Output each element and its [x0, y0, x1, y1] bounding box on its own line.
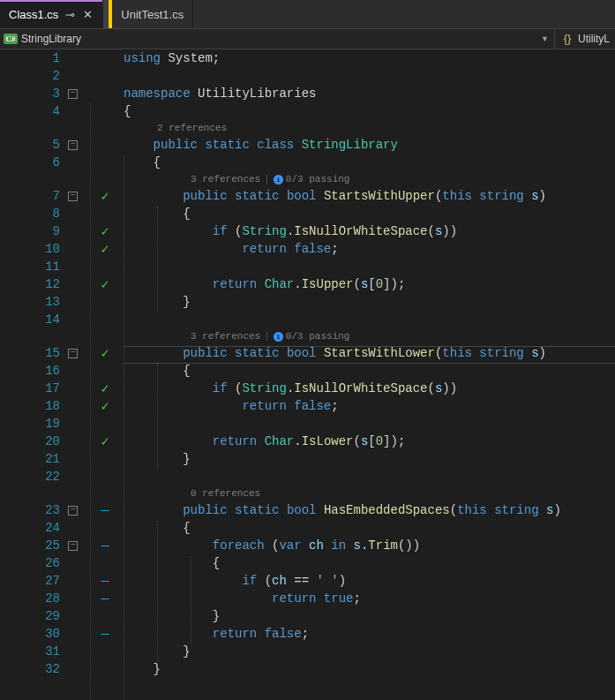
line-number: 9 [53, 224, 60, 238]
gutter: 1 2 3− 4 5− 6 7−✓ 8 9✓ 10✓ 11 12✓ 13 14 … [0, 49, 124, 700]
test-pass-icon: ✓ [97, 188, 113, 205]
code-line: } [124, 607, 615, 625]
code-line: return false; [124, 625, 615, 643]
code-line: { [124, 205, 615, 222]
code-line: { [124, 362, 615, 380]
code-area[interactable]: using System; namespace UtilityLibraries… [124, 49, 615, 700]
line-number: 6 [53, 155, 60, 169]
no-coverage-icon: — [97, 503, 113, 518]
line-number: 30 [45, 627, 60, 641]
code-line: } [124, 643, 615, 660]
line-number: 2 [53, 69, 60, 83]
line-number: 26 [45, 556, 60, 570]
breadcrumb-namespace[interactable]: {} UtilityL [555, 29, 615, 49]
breadcrumb-namespace-label: UtilityL [578, 33, 610, 45]
code-editor[interactable]: 1 2 3− 4 5− 6 7−✓ 8 9✓ 10✓ 11 12✓ 13 14 … [0, 49, 615, 700]
tab-unittest1[interactable]: UnitTest1.cs [112, 0, 193, 28]
codelens[interactable]: 0 references [124, 485, 615, 501]
info-icon: i [274, 175, 283, 184]
line-number: 3 [53, 87, 60, 101]
line-number: 29 [45, 609, 60, 623]
test-pass-icon: ✓ [97, 223, 113, 240]
code-line [124, 311, 615, 328]
line-number: 13 [45, 295, 60, 309]
fold-icon[interactable]: − [68, 140, 78, 150]
code-line [124, 415, 615, 433]
test-pass-icon: ✓ [97, 241, 113, 258]
code-line: { [124, 154, 615, 171]
fold-icon[interactable]: − [68, 506, 78, 516]
code-line: } [124, 450, 615, 468]
code-line: public static class StringLibrary [124, 136, 615, 154]
svg-text:C#: C# [6, 34, 16, 43]
codelens[interactable]: 3 references|i0/3 passing [124, 328, 615, 344]
line-number: 12 [45, 277, 60, 291]
codelens[interactable]: 3 references|i0/3 passing [124, 171, 615, 187]
code-line: public static bool StartsWithLower(this … [124, 344, 615, 362]
breadcrumb-project-label: StringLibrary [21, 33, 81, 45]
code-line [124, 67, 615, 85]
code-line: using System; [124, 49, 615, 67]
code-line: { [124, 554, 615, 572]
code-line: namespace UtilityLibraries [124, 85, 615, 102]
test-pass-icon: ✓ [97, 380, 113, 397]
code-line: return false; [124, 240, 615, 258]
codelens[interactable]: 2 references [124, 120, 615, 136]
fold-icon[interactable]: − [68, 192, 78, 201]
test-pass-icon: ✓ [97, 276, 113, 293]
line-number: 14 [45, 312, 60, 327]
line-number: 25 [45, 538, 60, 553]
line-number: 22 [45, 470, 60, 484]
code-line [124, 258, 615, 275]
test-pass-icon: ✓ [97, 433, 113, 450]
code-line: } [124, 660, 615, 678]
no-coverage-icon: — [97, 591, 113, 606]
line-number: 16 [45, 364, 60, 378]
code-line: public static bool StartsWithUpper(this … [124, 187, 615, 205]
chevron-down-icon: ▼ [541, 34, 549, 43]
line-number: 28 [45, 591, 60, 606]
line-number: 11 [45, 260, 60, 274]
no-coverage-icon: — [97, 627, 113, 642]
no-coverage-icon: — [97, 538, 113, 553]
fold-icon[interactable]: − [68, 89, 78, 99]
csharp-icon: C# [4, 33, 18, 45]
line-number: 10 [45, 242, 60, 256]
line-number: 1 [53, 51, 60, 65]
code-line: if (ch == ' ') [124, 572, 615, 590]
tab-bar: Class1.cs ⊸ ✕ UnitTest1.cs [0, 0, 615, 28]
breadcrumb-project[interactable]: C# StringLibrary ▼ [0, 29, 555, 49]
breadcrumb-bar: C# StringLibrary ▼ {} UtilityL [0, 28, 615, 49]
info-icon: i [274, 332, 283, 342]
line-number: 4 [53, 104, 60, 118]
code-line [124, 468, 615, 485]
no-coverage-icon: — [97, 574, 113, 589]
code-line: public static bool HasEmbeddedSpaces(thi… [124, 501, 615, 519]
code-line: { [124, 102, 615, 120]
tab-class1[interactable]: Class1.cs ⊸ ✕ [0, 0, 103, 28]
line-number: 19 [45, 417, 60, 431]
line-number: 27 [45, 574, 60, 588]
code-line: { [124, 519, 615, 537]
tab-label: UnitTest1.cs [121, 8, 184, 21]
tab-label: Class1.cs [9, 8, 58, 21]
pin-icon[interactable]: ⊸ [64, 8, 76, 21]
code-line: return false; [124, 397, 615, 415]
line-number: 32 [45, 662, 60, 676]
test-pass-icon: ✓ [97, 398, 113, 415]
svg-text:{}: {} [564, 33, 572, 45]
code-line: return Char.IsLower(s[0]); [124, 433, 615, 450]
namespace-icon: {} [560, 33, 574, 45]
fold-icon[interactable]: − [68, 349, 78, 358]
line-number: 8 [53, 207, 60, 221]
fold-icon[interactable]: − [68, 541, 78, 551]
line-number: 20 [45, 434, 60, 448]
close-icon[interactable]: ✕ [81, 8, 94, 21]
line-number: 7 [53, 189, 60, 203]
line-number: 31 [45, 644, 60, 659]
code-line: foreach (var ch in s.Trim()) [124, 537, 615, 554]
line-number: 17 [45, 381, 60, 395]
line-number: 15 [45, 346, 60, 360]
line-number: 21 [45, 452, 60, 466]
code-line: return true; [124, 590, 615, 607]
